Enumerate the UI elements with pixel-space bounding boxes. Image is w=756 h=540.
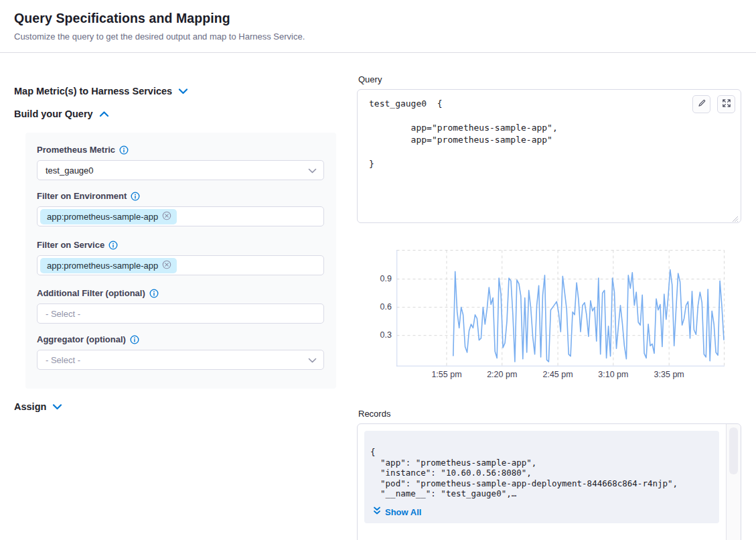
records-panel: { "app": "prometheus-sample-app", "insta… [357,423,741,540]
query-editor[interactable]: test_gauge0 { app="prometheus-sample-app… [357,89,741,223]
info-icon[interactable] [130,335,139,344]
scrollbar-thumb[interactable] [729,427,738,474]
section-assign-label: Assign [14,401,46,412]
prometheus-metric-label: Prometheus Metric [37,145,115,155]
info-icon[interactable] [149,289,159,298]
field-aggregator: Aggregator (optional) - Select - [37,334,324,370]
chart-plot-area [396,250,725,366]
filter-service-label: Filter on Service [37,240,104,250]
show-all-link[interactable]: Show All [373,507,421,517]
x-tick-label: 1:55 pm [419,370,475,379]
field-filter-service: Filter on Service app:prometheus-sample-… [37,240,324,275]
metric-timeseries-chart: 0.30.60.9 1:55 pm2:20 pm2:45 pm3:10 pm3:… [357,245,741,387]
section-build-query[interactable]: Build your Query [14,108,109,120]
query-specifications-page: Query Specifications and Mapping Customi… [0,0,756,540]
section-assign[interactable]: Assign [14,401,62,413]
info-icon[interactable] [119,145,129,155]
record-json: { "app": "prometheus-sample-app", "insta… [364,431,719,499]
x-tick-label: 3:35 pm [641,370,697,379]
remove-tag-icon[interactable] [162,260,171,271]
filter-environment-tag-label: app:prometheus-sample-app [47,212,158,222]
section-map-metrics-label: Map Metric(s) to Harness Services [14,86,172,96]
x-tick-label: 3:10 pm [585,370,641,379]
additional-filter-label: Additional Filter (optional) [37,288,145,298]
records-section-label: Records [358,409,390,419]
aggregator-placeholder: - Select - [46,355,80,365]
chevron-down-icon [308,354,317,366]
info-icon[interactable] [131,192,140,201]
records-scrollbar[interactable] [726,424,741,540]
field-filter-environment: Filter on Environment app:prometheus-sam… [37,191,324,226]
y-tick-label: 0.9 [357,274,392,283]
field-prometheus-metric: Prometheus Metric test_gauge0 [37,145,324,180]
page-title: Query Specifications and Mapping [14,11,230,26]
chevron-up-icon [99,108,109,120]
filter-service-tag-label: app:prometheus-sample-app [47,261,158,271]
show-all-label: Show All [385,507,421,517]
additional-filter-label-row: Additional Filter (optional) [37,288,324,298]
aggregator-select[interactable]: - Select - [37,350,324,370]
additional-filter-input[interactable]: - Select - [37,303,324,324]
section-map-metrics[interactable]: Map Metric(s) to Harness Services [14,85,188,97]
prometheus-metric-label-row: Prometheus Metric [37,145,324,155]
pencil-icon [697,98,706,111]
chevron-down-icon [308,164,317,176]
record-card: { "app": "prometheus-sample-app", "insta… [364,431,719,523]
field-additional-filter: Additional Filter (optional) - Select - [37,288,324,324]
filter-environment-tag: app:prometheus-sample-app [40,209,177,224]
chevron-down-icon [52,401,62,413]
x-tick-label: 2:20 pm [474,370,530,379]
double-chevron-down-icon [373,507,381,517]
query-section-label: Query [358,74,382,84]
build-query-form-panel: Prometheus Metric test_gauge0 Filter on … [25,133,336,389]
prometheus-metric-select[interactable]: test_gauge0 [37,160,324,180]
expand-query-button[interactable] [717,95,735,113]
filter-service-tag: app:prometheus-sample-app [40,258,177,273]
aggregator-label-row: Aggregator (optional) [37,334,324,344]
filter-environment-input[interactable]: app:prometheus-sample-app [37,206,324,226]
aggregator-label: Aggregator (optional) [37,334,126,344]
x-tick-label: 2:45 pm [530,370,586,379]
prometheus-metric-value: test_gauge0 [46,165,94,176]
filter-service-label-row: Filter on Service [37,240,324,250]
filter-environment-label-row: Filter on Environment [37,191,324,201]
section-build-query-label: Build your Query [14,109,93,119]
chevron-down-icon [178,85,188,97]
y-tick-label: 0.6 [357,302,392,312]
header-divider [0,52,756,53]
filter-service-input[interactable]: app:prometheus-sample-app [37,255,324,275]
query-text[interactable]: test_gauge0 { app="prometheus-sample-app… [358,90,741,178]
filter-environment-label: Filter on Environment [37,191,127,201]
page-subtitle: Customize the query to get the desired o… [14,31,305,42]
resize-handle[interactable] [731,213,739,220]
edit-query-button[interactable] [692,95,710,113]
info-icon[interactable] [108,241,118,250]
additional-filter-placeholder: - Select - [46,309,80,319]
fullscreen-icon [722,98,731,111]
y-tick-label: 0.3 [357,330,392,340]
remove-tag-icon[interactable] [162,211,171,222]
